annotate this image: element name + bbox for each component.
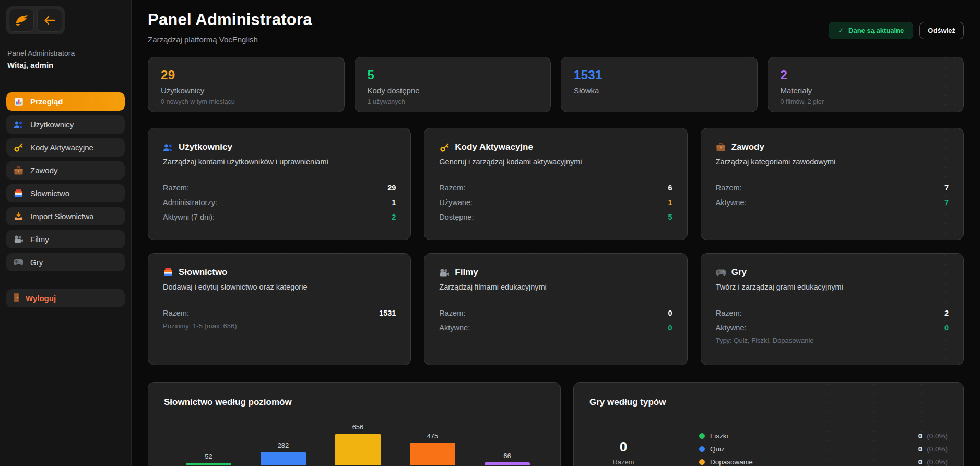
- key-icon: [14, 142, 23, 152]
- pie-total-label: Razem: [589, 458, 657, 466]
- card-stat-row: Razem:1531: [163, 306, 396, 320]
- legend-percent: (0.0%): [927, 458, 948, 466]
- stat-sublabel: 0 filmów, 2 gier: [781, 98, 951, 105]
- status-badge: ✓ Dane są aktualne: [829, 22, 913, 39]
- sidebar-item-s-ownictwo[interactable]: Słownictwo: [6, 184, 125, 202]
- card-stat-label: Aktywni (7 dni):: [163, 213, 215, 221]
- logo-container: [6, 6, 65, 34]
- users-icon: [14, 120, 23, 129]
- card-stat-value: 1: [392, 198, 396, 207]
- legend-label: Quiz: [710, 445, 725, 453]
- card-stats: Razem:7Aktywne:7: [716, 181, 949, 210]
- card-stat-row: Razem:29: [163, 181, 396, 195]
- legend-dot: [699, 446, 705, 452]
- card-description: Zarządzaj kategoriami zawodowymi: [716, 158, 949, 166]
- stat-label: Użytkownicy: [161, 86, 332, 95]
- card-stats: Razem:1531: [163, 306, 396, 320]
- stat-value: 2: [781, 68, 951, 82]
- card-title-row: Użytkownicy: [163, 142, 396, 152]
- stat-label: Materiały: [781, 86, 951, 95]
- pie-total-value: 0: [589, 439, 657, 455]
- card-stat-row: Aktywne:0: [439, 320, 672, 335]
- stat-card: 1531Słówka: [561, 57, 758, 112]
- import-tray-icon: [14, 211, 23, 221]
- legend-percent: (0.0%): [927, 445, 948, 453]
- bar-chart-icon: [14, 97, 23, 106]
- card-stat-value: 0: [944, 324, 949, 332]
- bar-slot: 475: [395, 432, 470, 465]
- card-stat-row: Razem:6: [439, 181, 672, 195]
- page-header: Panel Administratora Zarządzaj platformą…: [148, 10, 964, 44]
- card-stat-label: Aktywne:: [716, 198, 747, 207]
- stat-card: 5Kody dostępne1 używanych: [355, 57, 551, 112]
- card-stat-row: Aktywne:7: [716, 195, 949, 210]
- card-title-row: Filmy: [439, 267, 672, 278]
- feature-cards-grid: UżytkownicyZarządzaj kontami użytkownikó…: [148, 128, 964, 365]
- bar-value-label: 656: [352, 423, 364, 431]
- feature-card-gry[interactable]: GryTwórz i zarządzaj grami edukacyjnymiR…: [701, 253, 964, 365]
- eagle-logo-icon[interactable]: [9, 9, 34, 32]
- feature-card-kody-aktywacyjne[interactable]: Kody AktywacyjneGeneruj i zarządzaj koda…: [424, 128, 687, 240]
- feature-card-zawody[interactable]: ZawodyZarządzaj kategoriami zawodowymiRa…: [701, 128, 964, 240]
- refresh-button[interactable]: Odśwież: [919, 22, 964, 39]
- pie-legend: Fiszki0(0.0%)Quiz0(0.0%)Dopasowanie0(0.0…: [699, 432, 948, 466]
- card-title: Gry: [731, 267, 747, 278]
- bar: [410, 443, 455, 465]
- legend-row: Dopasowanie0(0.0%): [699, 458, 948, 466]
- welcome-text: Witaj, admin: [7, 61, 125, 69]
- stat-value: 5: [368, 68, 538, 82]
- sidebar-item-label: Przegląd: [30, 97, 63, 106]
- card-title: Filmy: [455, 267, 478, 278]
- collapse-sidebar-button[interactable]: [37, 9, 62, 32]
- card-stat-row: Używane:1: [439, 195, 672, 210]
- card-stat-label: Dostępne:: [439, 213, 474, 221]
- sidebar-item-import-s-ownictwa[interactable]: Import Słownictwa: [6, 207, 125, 225]
- vocabulary-levels-chart-card: Słownictwo według poziomów 5228265647566: [148, 382, 561, 466]
- card-title: Słownictwo: [179, 267, 228, 278]
- stat-label: Kody dostępne: [368, 86, 538, 95]
- books-icon: [163, 267, 173, 278]
- bar-value-label: 52: [205, 452, 212, 460]
- charts-row: Słownictwo według poziomów 5228265647566…: [148, 382, 964, 466]
- movie-camera-icon: [14, 234, 23, 244]
- feature-card-u-ytkownicy[interactable]: UżytkownicyZarządzaj kontami użytkownikó…: [148, 128, 411, 240]
- sidebar-item-zawody[interactable]: Zawody: [6, 161, 125, 180]
- briefcase-icon: [14, 165, 23, 175]
- card-stat-value: 2: [392, 213, 396, 221]
- sidebar-item-label: Filmy: [30, 235, 49, 244]
- card-stat-row: Administratorzy:1: [163, 195, 396, 210]
- card-title-row: Kody Aktywacyjne: [439, 142, 672, 152]
- bar-chart: 5228265647566: [164, 413, 545, 465]
- logout-button[interactable]: Wyloguj: [6, 289, 125, 307]
- card-stat-label: Razem:: [439, 184, 465, 192]
- check-icon: ✓: [838, 27, 844, 34]
- bar-value-label: 282: [278, 441, 289, 449]
- door-icon: [13, 293, 20, 304]
- card-stat-value: 7: [944, 184, 949, 192]
- legend-value: 0: [918, 458, 923, 466]
- card-stat-row: Razem:7: [716, 181, 949, 195]
- feature-card-filmy[interactable]: FilmyZarządzaj filmami edukacyjnymiRazem…: [424, 253, 687, 365]
- sidebar-item-gry[interactable]: Gry: [6, 253, 125, 271]
- card-title: Kody Aktywacyjne: [455, 142, 533, 152]
- card-stat-row: Razem:0: [439, 306, 672, 320]
- legend-percent: (0.0%): [927, 432, 948, 440]
- card-stat-label: Aktywne:: [439, 324, 470, 332]
- card-stat-label: Razem:: [163, 184, 189, 192]
- bar-value-label: 475: [427, 432, 439, 440]
- feature-card-s-ownictwo[interactable]: SłownictwoDodawaj i edytuj słownictwo or…: [148, 253, 411, 365]
- stat-label: Słówka: [574, 86, 745, 95]
- game-types-chart-card: Gry według typów 0 Razem Fiszki0(0.0%)Qu…: [573, 382, 964, 466]
- books-icon: [14, 188, 23, 198]
- legend-value: 0: [918, 432, 923, 440]
- bar-slot: 52: [171, 452, 246, 465]
- card-stats: Razem:2Aktywne:0: [716, 306, 949, 335]
- sidebar-item-kody-aktywacyjne[interactable]: Kody Aktywacyjne: [6, 138, 125, 157]
- bar-slot: 656: [321, 423, 395, 465]
- sidebar-item-przegl-d[interactable]: Przegląd: [6, 92, 125, 111]
- page-title: Panel Administratora: [148, 10, 312, 29]
- briefcase-icon: [716, 142, 726, 152]
- sidebar-item-u-ytkownicy[interactable]: Użytkownicy: [6, 115, 125, 134]
- sidebar-item-filmy[interactable]: Filmy: [6, 230, 125, 248]
- card-stat-value: 0: [668, 309, 672, 317]
